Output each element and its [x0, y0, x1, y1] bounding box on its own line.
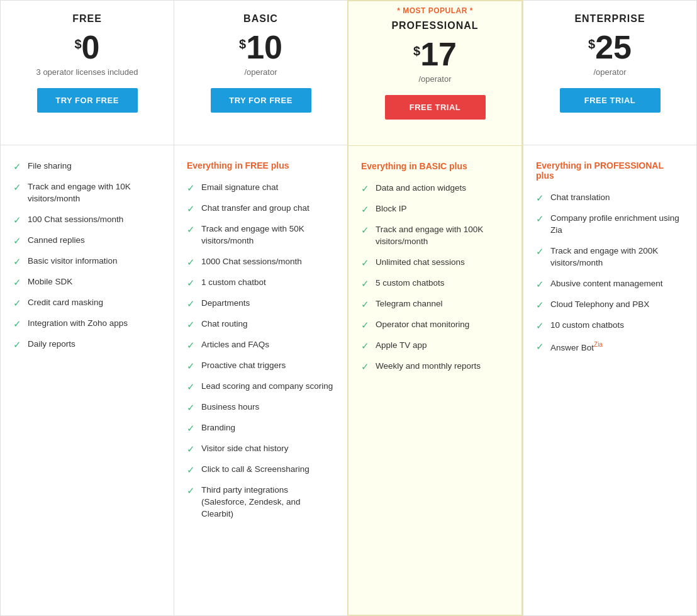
check-icon: ✓ [13, 235, 21, 247]
check-icon: ✓ [361, 278, 369, 289]
feature-item: ✓Credit card masking [13, 297, 161, 309]
feature-text: Operator chat monitoring [376, 319, 469, 331]
plan-features-basic: Everything in FREE plus✓Email signature … [174, 145, 347, 615]
check-icon: ✓ [361, 361, 369, 372]
cta-button-professional[interactable]: FREE TRIAL [385, 95, 486, 120]
feature-item: ✓100 Chat sessions/month [13, 214, 161, 226]
cta-button-basic[interactable]: TRY FOR FREE [211, 88, 311, 113]
feature-text: Telegram channel [376, 298, 443, 310]
check-icon: ✓ [187, 224, 195, 235]
check-icon: ✓ [187, 340, 195, 351]
check-icon: ✓ [361, 299, 369, 310]
feature-item: ✓Track and engage with 200K visitors/mon… [536, 245, 684, 269]
check-icon: ✓ [361, 225, 369, 236]
check-icon: ✓ [187, 402, 195, 413]
operator-licenses-label: 3 operator licenses included [36, 67, 138, 77]
feature-text: Integration with Zoho apps [28, 318, 128, 330]
feature-text: Branding [201, 422, 235, 434]
plan-col-free: FREE$03 operator licenses includedTRY FO… [0, 0, 174, 616]
plan-header-basic: BASIC$10/operatorTRY FOR FREE [174, 1, 347, 145]
plan-features-free: ✓File sharing✓Track and engage with 10K … [1, 145, 174, 615]
cta-button-enterprise[interactable]: FREE TRIAL [560, 88, 661, 113]
feature-text: Visitor side chat history [201, 443, 289, 455]
check-icon: ✓ [361, 204, 369, 215]
feature-text: Answer BotZia [550, 340, 603, 354]
check-icon: ✓ [13, 215, 21, 226]
feature-item: ✓Basic visitor information [13, 255, 161, 267]
check-icon: ✓ [361, 340, 369, 352]
price-amount: 0 [82, 31, 100, 64]
check-icon: ✓ [187, 257, 195, 268]
plan-features-professional: Everything in BASIC plus✓Data and action… [348, 146, 521, 615]
feature-item: ✓Telegram channel [361, 298, 509, 310]
feature-item: ✓Data and action widgets [361, 182, 509, 194]
plan-header-free: FREE$03 operator licenses includedTRY FO… [1, 1, 174, 145]
feature-text: Track and engage with 50K visitors/month [201, 223, 335, 247]
feature-item: ✓Track and engage with 10K visitors/mont… [13, 181, 161, 205]
feature-item: ✓Visitor side chat history [187, 443, 335, 455]
feature-item: ✓5 custom chatbots [361, 277, 509, 289]
plan-col-professional: * MOST POPULAR *PROFESSIONAL$17/operator… [347, 0, 523, 616]
feature-text: Business hours [201, 401, 259, 413]
cta-button-free[interactable]: TRY FOR FREE [37, 88, 138, 113]
feature-text: Abusive content management [550, 278, 663, 290]
plan-features-enterprise: Everything in PROFESSIONAL plus✓Chat tra… [523, 145, 696, 615]
feature-text: Weekly and monthly reports [376, 361, 481, 372]
check-icon: ✓ [187, 464, 195, 476]
features-heading: Everything in PROFESSIONAL plus [536, 160, 684, 181]
feature-text: Track and engage with 200K visitors/mont… [550, 245, 684, 269]
feature-item: ✓Answer BotZia [536, 340, 684, 354]
feature-text: Apple TV app [376, 340, 427, 352]
check-icon: ✓ [187, 485, 195, 496]
feature-text: Canned replies [28, 235, 85, 247]
feature-text: Basic visitor information [28, 255, 118, 267]
feature-item: ✓Apple TV app [361, 340, 509, 352]
per-operator-label: /operator [244, 67, 277, 77]
feature-text: Data and action widgets [376, 182, 466, 194]
feature-item: ✓Daily reports [13, 339, 161, 350]
feature-item: ✓Canned replies [13, 235, 161, 247]
per-operator-label: /operator [593, 67, 626, 77]
features-heading: Everything in BASIC plus [361, 161, 509, 171]
check-icon: ✓ [361, 257, 369, 269]
feature-text: File sharing [28, 160, 72, 172]
feature-text: 100 Chat sessions/month [28, 214, 123, 226]
currency-symbol: $ [413, 44, 420, 59]
check-icon: ✓ [187, 444, 195, 455]
feature-item: ✓1000 Chat sessions/month [187, 256, 335, 268]
feature-item: ✓Block IP [361, 203, 509, 215]
check-icon: ✓ [536, 213, 544, 225]
check-icon: ✓ [536, 320, 544, 332]
features-heading: Everything in FREE plus [187, 160, 335, 171]
currency-symbol: $ [588, 37, 595, 52]
feature-item: ✓10 custom chatbots [536, 320, 684, 332]
feature-text: 1 custom chatbot [201, 277, 266, 289]
zia-superscript: Zia [594, 341, 603, 348]
plan-name-professional: PROFESSIONAL [391, 20, 478, 31]
check-icon: ✓ [187, 182, 195, 194]
feature-item: ✓Operator chat monitoring [361, 319, 509, 331]
feature-text: Block IP [376, 203, 407, 215]
feature-item: ✓Business hours [187, 401, 335, 413]
plan-name-free: FREE [72, 13, 102, 25]
plan-price-professional: $17 [413, 38, 457, 70]
feature-text: 1000 Chat sessions/month [201, 256, 302, 268]
price-amount: 10 [246, 31, 282, 64]
check-icon: ✓ [536, 300, 544, 311]
plan-col-enterprise: ENTERPRISE$25/operatorFREE TRIALEverythi… [523, 0, 697, 616]
feature-item: ✓Proactive chat triggers [187, 360, 335, 372]
feature-text: Chat transfer and group chat [201, 203, 309, 215]
feature-item: ✓File sharing [13, 160, 161, 172]
feature-text: 10 custom chatbots [550, 320, 624, 332]
check-icon: ✓ [13, 318, 21, 330]
check-icon: ✓ [361, 183, 369, 194]
feature-item: ✓Weekly and monthly reports [361, 361, 509, 372]
feature-text: Lead scoring and company scoring [201, 381, 333, 393]
plan-price-free: $0 [74, 31, 99, 64]
currency-symbol: $ [74, 37, 81, 52]
plan-name-basic: BASIC [243, 13, 278, 25]
check-icon: ✓ [13, 161, 21, 172]
feature-item: ✓Articles and FAQs [187, 339, 335, 351]
check-icon: ✓ [187, 361, 195, 372]
feature-text: Track and engage with 100K visitors/mont… [376, 224, 509, 248]
